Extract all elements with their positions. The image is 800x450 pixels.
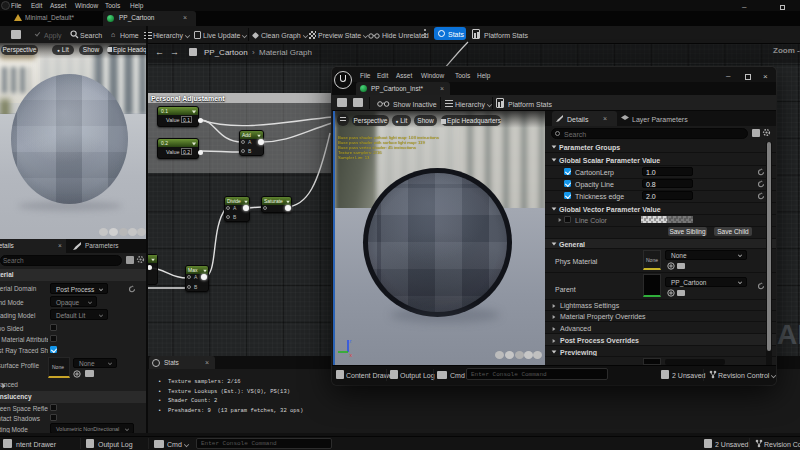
svg-text:x: x	[350, 352, 353, 358]
svg-text:z: z	[349, 338, 352, 344]
